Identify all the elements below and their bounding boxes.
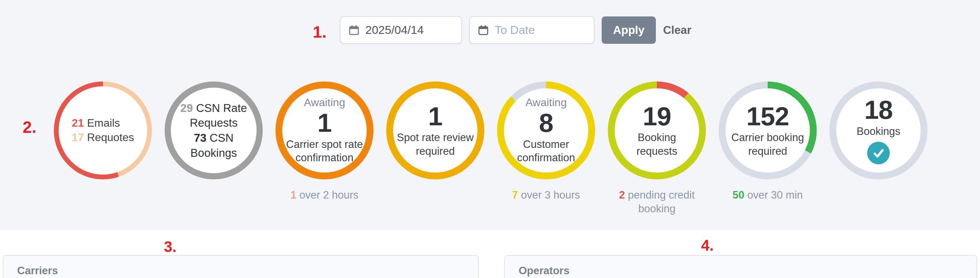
spot-rate-review-ring[interactable]: 1 Spot rate review required [386,82,484,179]
carrier-booking-required-ring[interactable]: 152 Carrier booking required [719,82,817,179]
from-date-value: 2025/04/14 [365,23,424,36]
stat-csn: 29 CSN Rate Requests 73 CSN Bookings [155,82,272,179]
carriers-panel-title: Carriers [3,256,478,277]
ring-inner: 19 Booking requests [615,88,699,172]
operators-panel: Operators [504,255,977,278]
overdue-note: 7 over 3 hours [488,188,605,202]
stat-label: Carrier spot rate confirmation [286,137,363,165]
check-icon [871,145,886,161]
stat-label: Carrier booking required [731,131,804,158]
customer-confirmation-ring[interactable]: Awaiting 8 Customer confirmation [497,82,595,179]
stat-value: 1 [428,103,442,130]
stat-value: 152 [746,103,789,130]
stat-label: Bookings [856,125,900,138]
apply-button[interactable]: Apply [601,16,656,44]
ring-inner: 18 Bookings [836,88,921,172]
csn-ring[interactable]: 29 CSN Rate Requests 73 CSN Bookings [165,82,263,179]
stat-value: 8 [539,109,553,136]
stat-customer-confirmation: Awaiting 8 Customer confirmation 7 over … [488,82,605,202]
overdue-note: 50 over 30 min [710,188,826,202]
calendar-icon [478,25,488,36]
calendar-icon [349,25,359,36]
overdue-note: 1 over 2 hours [266,188,383,202]
awaiting-label: Awaiting [304,96,345,109]
stat-label: Booking requests [636,131,678,158]
stat-label: Customer confirmation [517,137,575,165]
ring-inner: 29 CSN Rate Requests 73 CSN Bookings [171,88,256,173]
ring-inner: Awaiting 1 Carrier spot rate confirmatio… [282,88,367,172]
annotation-4: 4. [701,237,714,254]
ring-inner: Awaiting 8 Customer confirmation [504,88,588,172]
stat-label: Spot rate review required [397,131,474,158]
emails-requotes-ring[interactable]: 21 Emails 17 Requotes [54,82,152,179]
ring-inner: 152 Carrier booking required [725,88,810,172]
awaiting-label: Awaiting [525,96,567,109]
csn-rate-requests-row: 29 CSN Rate Requests [180,101,247,130]
from-date-input[interactable]: 2025/04/14 [340,16,462,44]
dashboard-page: 2025/04/14 To Date Apply Clear 1. 2. 3. … [0,0,980,278]
to-date-input[interactable]: To Date [469,16,595,44]
date-filter-bar: 2025/04/14 To Date Apply Clear [340,16,692,44]
emails-count-row: 21 Emails [72,116,134,130]
bookings-ring[interactable]: 18 Bookings [829,82,928,179]
stat-emails-requotes: 21 Emails 17 Requotes [45,82,161,179]
stat-bookings: 18 Bookings [820,82,937,179]
ring-inner: 1 Spot rate review required [393,88,477,172]
operators-panel-title: Operators [505,256,977,277]
to-date-placeholder: To Date [495,23,535,36]
annotation-1: 1. [313,22,326,41]
check-badge [867,142,890,164]
requotes-count-row: 17 Requotes [72,130,134,145]
csn-bookings-row: 73 CSN Bookings [171,130,256,160]
carrier-spot-rate-ring[interactable]: Awaiting 1 Carrier spot rate confirmatio… [275,82,374,179]
annotation-3: 3. [164,238,177,256]
stat-carrier-spot-rate: Awaiting 1 Carrier spot rate confirmatio… [266,82,383,202]
carriers-panel: Carriers [3,255,479,278]
pending-credit-note: 2 pending credit booking [598,188,715,216]
ring-inner: 21 Emails 17 Requotes [59,86,147,175]
annotation-2: 2. [23,118,37,137]
stat-booking-requests: 19 Booking requests 2 pending credit boo… [598,82,715,216]
stat-value: 1 [317,109,331,136]
clear-button[interactable]: Clear [663,24,692,36]
stat-spot-rate-review: 1 Spot rate review required [377,82,493,179]
stat-value: 19 [643,103,671,130]
stat-value: 18 [864,96,893,123]
booking-requests-ring[interactable]: 19 Booking requests [608,82,706,179]
stat-carrier-booking-required: 152 Carrier booking required 50 over 30 … [710,82,826,202]
